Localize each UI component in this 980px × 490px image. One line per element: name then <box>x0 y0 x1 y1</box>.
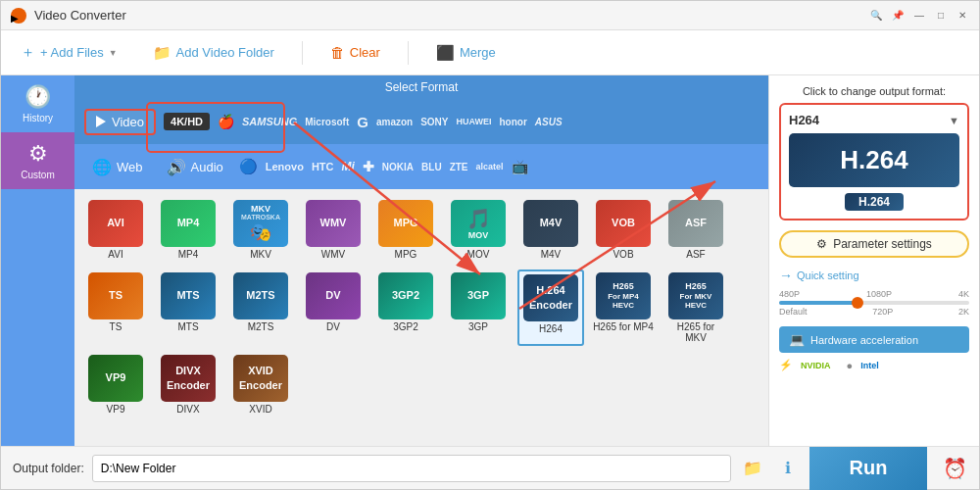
apple-icon[interactable]: 🍎 <box>218 114 234 129</box>
samsung-brand[interactable]: SAMSUNG <box>242 116 297 127</box>
tv-brand[interactable]: 📺 <box>512 159 528 174</box>
huawei-brand[interactable]: HUAWEI <box>457 117 492 126</box>
format-item-3gp2[interactable]: 3GP2 3GP2 <box>372 270 439 346</box>
label-1080p: 1080P <box>866 289 892 299</box>
quality-slider[interactable] <box>779 301 969 305</box>
audio-label: Audio <box>191 160 223 174</box>
alcatel-brand[interactable]: alcatel <box>476 162 504 172</box>
quality-top-labels: 480P 1080P 4K <box>779 289 969 299</box>
label-2k: 2K <box>958 307 969 317</box>
amazon-brand[interactable]: amazon <box>376 117 413 127</box>
htc-brand[interactable]: HTC <box>312 161 334 172</box>
search-btn[interactable]: 🔍 <box>869 9 883 23</box>
audio-type-button[interactable]: 🔊 Audio <box>159 154 231 180</box>
format-item-mts[interactable]: MTS MTS <box>155 270 221 346</box>
clear-button[interactable]: 🗑 Clear <box>322 40 388 65</box>
add-icon: ＋ <box>21 43 35 62</box>
format-item-3gp[interactable]: 3GP 3GP <box>445 270 512 346</box>
m2ts-icon: M2TS <box>233 272 288 319</box>
format-item-vp9[interactable]: VP9 VP9 <box>82 352 149 418</box>
h265mp4-icon: H265 For MP4 HEVC <box>596 272 651 319</box>
format-item-asf[interactable]: ASF ASF <box>662 197 729 264</box>
format-item-mpg[interactable]: MPG MPG <box>372 197 439 264</box>
alarm-icon[interactable]: ⏰ <box>943 457 967 480</box>
minimize-btn[interactable]: — <box>912 9 926 23</box>
format-item-mov[interactable]: 🎵 MOV MOV <box>445 197 512 264</box>
output-path-input[interactable] <box>92 455 731 482</box>
pin-btn[interactable]: 📌 <box>891 9 905 23</box>
divider2 <box>408 41 409 65</box>
blu-brand[interactable]: BLU <box>421 162 442 172</box>
asus-brand[interactable]: ASUS <box>535 117 563 127</box>
mi-brand[interactable]: Mi <box>341 160 354 173</box>
4k-type-button[interactable]: 4K/HD <box>164 113 210 130</box>
speaker-icon: 🔊 <box>167 158 186 176</box>
format-item-wmv[interactable]: WMV WMV <box>300 197 367 264</box>
sony-brand[interactable]: SONY <box>420 117 448 127</box>
add-folder-button[interactable]: 📁 Add Video Folder <box>145 40 282 66</box>
format-panel: Select Format Video 4K/HD 🍎 SAMSUNG <box>74 75 768 446</box>
custom-label: Custom <box>21 170 54 180</box>
web-type-button[interactable]: 🌐 Web <box>84 154 151 180</box>
maximize-btn[interactable]: □ <box>934 9 948 23</box>
label-4k: 4K <box>958 289 969 299</box>
format-item-m4v[interactable]: M4V M4V <box>517 197 584 264</box>
format-dropdown-icon[interactable]: ▼ <box>949 115 959 126</box>
window-controls: 🔍 📌 — □ ✕ <box>869 9 969 23</box>
nvidia-label: NVIDIA <box>801 361 831 370</box>
history-label: History <box>23 113 53 123</box>
lenovo-brand[interactable]: Lenovo <box>266 161 304 172</box>
output-format-box: H264 ▼ H.264 H.264 <box>779 103 969 220</box>
right-panel: Click to change output format: H264 ▼ H.… <box>768 75 979 446</box>
format-type-row: Video 4K/HD 🍎 SAMSUNG Microsoft G amazon… <box>74 99 768 144</box>
3gp2-icon: 3GP2 <box>378 272 433 319</box>
google-brand[interactable]: G <box>357 114 368 130</box>
microsoft-brand[interactable]: Microsoft <box>305 117 349 127</box>
zte-brand[interactable]: ZTE <box>450 162 468 172</box>
main-area: 🕐 History ⚙ Custom Select Format <box>1 75 979 446</box>
h264-badge-row: H.264 <box>789 193 959 211</box>
sidebar-item-custom[interactable]: ⚙ Custom <box>1 132 74 189</box>
format-item-vob[interactable]: VOB VOB <box>590 197 657 264</box>
wmv-icon: WMV <box>306 200 361 247</box>
format-item-divx[interactable]: DIVXEncoder DIVX <box>155 352 221 418</box>
sidebar-item-history[interactable]: 🕐 History <box>1 75 74 132</box>
format-item-dv[interactable]: DV DV <box>300 270 367 346</box>
honor-brand[interactable]: honor <box>500 117 527 127</box>
run-button[interactable]: Run <box>809 447 927 490</box>
app-icon: ▶ <box>11 8 26 24</box>
h264-display-text: H.264 <box>840 145 907 175</box>
merge-button[interactable]: ⬛ Merge <box>428 40 504 66</box>
add-files-button[interactable]: ＋ + Add Files ▼ <box>13 39 125 66</box>
motorola-brand[interactable]: 🔵 <box>239 158 258 175</box>
h264-badge: H.264 <box>845 193 904 211</box>
vob-icon: VOB <box>596 200 651 247</box>
format-grid: AVI AVI MP4 MP4 MKV MATROSKA 🎭 <box>74 189 768 446</box>
format-item-m2ts[interactable]: M2TS M2TS <box>227 270 294 346</box>
video-type-button[interactable]: Video <box>84 109 156 135</box>
bottom-bar: Output folder: 📁 ℹ Run ⏰ <box>1 446 979 489</box>
format-item-h264[interactable]: H.264Encoder H264 <box>517 270 584 346</box>
format-name: H264 <box>789 113 819 127</box>
browse-folder-button[interactable]: 📁 <box>739 455 766 482</box>
nokia-brand[interactable]: NOKIA <box>382 162 414 172</box>
clear-icon: 🗑 <box>330 44 345 61</box>
hardware-acceleration-button[interactable]: 💻 Hardware acceleration <box>779 326 969 353</box>
format-item-avi[interactable]: AVI AVI <box>82 197 149 264</box>
quality-thumb[interactable] <box>852 297 863 309</box>
info-button[interactable]: ℹ <box>774 455 802 482</box>
close-btn[interactable]: ✕ <box>956 9 969 23</box>
parameter-settings-button[interactable]: ⚙ Parameter settings <box>779 230 969 258</box>
plus-brand[interactable]: ✚ <box>363 159 374 174</box>
clear-label: Clear <box>350 45 380 60</box>
output-format-label: Click to change output format: <box>779 85 969 97</box>
h264-display: H.264 <box>789 133 959 187</box>
format-item-xvid[interactable]: XVIDEncoder XVID <box>227 352 294 418</box>
intel-icon: ● <box>847 360 854 371</box>
format-item-mkv[interactable]: MKV MATROSKA 🎭 MKV <box>227 197 294 264</box>
format-item-ts[interactable]: TS TS <box>82 270 149 346</box>
format-item-h265mkv[interactable]: H265 For MKV HEVC H265 for MKV <box>662 270 729 346</box>
mkv-icon: MKV MATROSKA 🎭 <box>233 200 288 247</box>
format-item-h265mp4[interactable]: H265 For MP4 HEVC H265 for MP4 <box>590 270 657 346</box>
format-item-mp4[interactable]: MP4 MP4 <box>155 197 221 264</box>
